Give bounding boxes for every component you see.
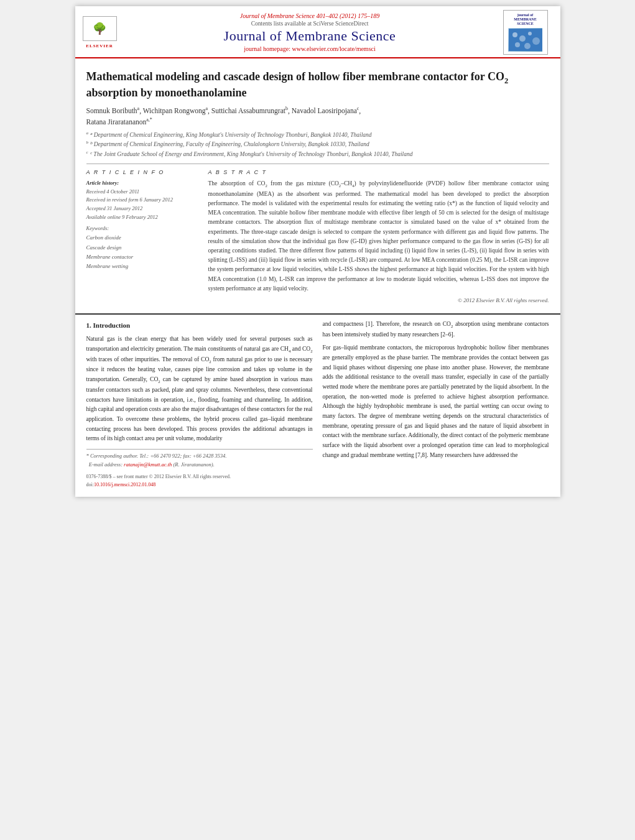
accepted-date: Accepted 31 January 2012 [86,205,143,211]
article-history: Article history: Received 4 October 2011… [86,179,198,221]
svg-point-4 [532,37,540,45]
issn-text: 0376-7388/$ – see front matter © 2012 El… [86,473,313,481]
keyword-2: Cascade design [86,244,122,251]
article-info-abstract: A R T I C L E I N F O Article history: R… [86,169,549,303]
divider [86,164,549,164]
homepage-url: www.elsevier.com/locate/memsci [292,45,375,52]
body-content: 1. Introduction Natural gas is the clean… [75,313,560,497]
journal-logo-image [508,28,542,52]
footnote-area: * Corresponding author. Tel.: +66 2470 9… [86,449,313,469]
body-col-right: and compactness [1]. Therefore, the rese… [323,320,549,489]
tree-icon: 🌳 [93,23,106,34]
keyword-1: Carbon dioxide [86,234,121,241]
svg-point-6 [524,43,531,49]
elsevier-logo: 🌳 ELSEVIER [83,16,117,48]
copyright: © 2012 Elsevier B.V. All rights reserved… [208,297,549,303]
body-para-right-2: For gas–liquid membrane contactors, the … [323,343,549,460]
revised-date: Received in revised form 6 January 2012 [86,196,173,203]
email-link[interactable]: ratanajin@kmutt.ac.th [124,461,172,468]
keyword-3: Membrane contactor [86,254,134,260]
body-two-col: 1. Introduction Natural gas is the clean… [86,320,549,489]
abstract-title: A B S T R A C T [208,169,549,175]
journal-page: 🌳 ELSEVIER Journal of Membrane Science 4… [75,6,560,497]
elsevier-tree-logo: 🌳 [83,16,117,41]
keywords-section: Keywords: Carbon dioxide Cascade design … [86,225,198,271]
body-col-left: 1. Introduction Natural gas is the clean… [86,320,313,489]
article-content: Mathematical modeling and cascade design… [75,58,560,311]
journal-homepage: journal homepage: www.elsevier.com/locat… [117,45,503,52]
journal-header-center: Journal of Membrane Science 401–402 (201… [117,12,503,52]
authors: Somnuk Boributha, Wichitpan Rongwonga, S… [86,105,549,127]
doi-link[interactable]: 10.1016/j.memsci.2012.01.048 [94,482,155,487]
body-para-right-1: and compactness [1]. Therefore, the rese… [323,320,549,340]
history-label: Article history: [86,180,119,186]
journal-logo-title: journal of MEMBRANE SCIENCE [514,13,536,27]
affiliations: a ᵃ Department of Chemical Engineering, … [86,130,549,159]
abstract-text: The absorption of CO2 from the gas mixtu… [208,179,549,293]
svg-point-1 [512,32,517,37]
abstract-section: A B S T R A C T The absorption of CO2 fr… [208,169,549,303]
elsevier-label: ELSEVIER [86,44,113,48]
body-para-1: Natural gas is the clean energy that has… [86,335,313,444]
svg-point-5 [515,42,520,47]
journal-header: 🌳 ELSEVIER Journal of Membrane Science 4… [75,6,560,58]
journal-title: Journal of Membrane Science [117,28,503,44]
keyword-4: Membrane wetting [86,263,129,269]
doi-text: doi:10.1016/j.memsci.2012.01.048 [86,481,313,489]
article-info-section: A R T I C L E I N F O Article history: R… [86,169,198,303]
available-date: Available online 9 February 2012 [86,214,158,220]
article-info-title: A R T I C L E I N F O [86,169,198,175]
contents-note: Contents lists available at SciVerse Sci… [117,21,503,27]
journal-logo-right: journal of MEMBRANE SCIENCE [503,10,553,55]
article-title: Mathematical modeling and cascade design… [86,70,549,100]
svg-point-2 [519,35,526,42]
homepage-label: journal homepage: [244,45,290,52]
journal-citation: Journal of Membrane Science 401–402 (201… [117,12,503,19]
keywords-list: Carbon dioxide Cascade design Membrane c… [86,233,198,271]
svg-point-3 [528,32,532,35]
footnote-text: * Corresponding author. Tel.: +66 2470 9… [86,453,227,468]
keywords-title: Keywords: [86,225,198,231]
membrane-logo-svg [509,29,542,51]
footer-issn: 0376-7388/$ – see front matter © 2012 El… [86,473,313,489]
journal-logo-box: journal of MEMBRANE SCIENCE [503,10,548,55]
section1-title: 1. Introduction [86,320,313,331]
received-date: Received 4 October 2011 [86,188,140,195]
